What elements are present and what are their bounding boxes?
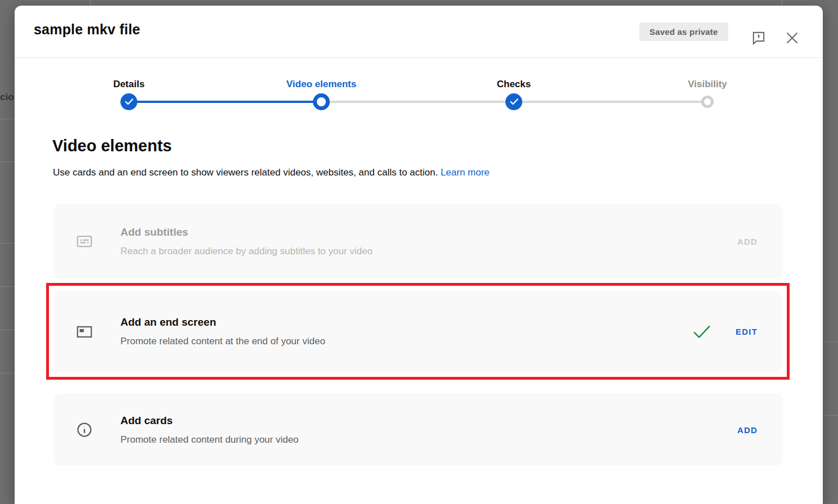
row-description: Reach a broader audience by adding subti…: [120, 246, 729, 257]
step-label-checks[interactable]: Checks: [497, 79, 531, 90]
row-title: Add subtitles: [120, 226, 729, 238]
close-icon[interactable]: [782, 28, 802, 48]
background-row-divider: [0, 243, 15, 244]
subtitles-icon: [75, 232, 93, 250]
info-icon: [75, 421, 93, 439]
add-end-screen-text: Add an end screen Promote related conten…: [120, 316, 693, 347]
step-circle-details-check-icon[interactable]: [120, 93, 137, 110]
add-subtitles-row: Add subtitles Reach a broader audience b…: [54, 204, 782, 279]
add-subtitles-button: ADD: [729, 231, 765, 252]
background-row-divider: [0, 330, 15, 330]
dialog-header: sample mkv file Saved as private: [15, 6, 823, 58]
add-cards-row: Add cards Promote related content during…: [54, 394, 782, 466]
background-row-divider: [0, 161, 15, 162]
background-divider: [782, 0, 782, 6]
step-circle-visibility[interactable]: [701, 96, 714, 108]
step-label-details[interactable]: Details: [113, 79, 145, 90]
page-description-text: Use cards and an end screen to show view…: [53, 167, 438, 178]
upload-dialog: sample mkv file Saved as private Details…: [15, 6, 823, 504]
step-circle-checks-check-icon[interactable]: [505, 93, 522, 110]
dialog-title: sample mkv file: [34, 21, 140, 38]
learn-more-link[interactable]: Learn more: [441, 167, 490, 178]
background-row-divider: [823, 341, 838, 342]
status-badge: Saved as private: [639, 22, 728, 41]
row-title: Add an end screen: [120, 316, 693, 328]
page-description: Use cards and an end screen to show view…: [53, 167, 490, 178]
row-description: Promote related content at the end of yo…: [120, 336, 693, 347]
row-description: Promote related content during your vide…: [120, 434, 729, 446]
completed-check-icon: [693, 325, 711, 339]
background-divider: [90, 0, 91, 6]
background-row-divider: [0, 286, 15, 287]
edit-end-screen-button[interactable]: EDIT: [728, 321, 765, 342]
background-text-fragment: cio: [0, 92, 14, 103]
add-cards-button[interactable]: ADD: [729, 420, 765, 440]
add-end-screen-row: Add an end screen Promote related conten…: [54, 291, 782, 372]
page-title: Video elements: [52, 137, 172, 155]
feedback-icon[interactable]: [749, 28, 769, 48]
background-row-divider: [823, 415, 838, 416]
step-label-video-elements[interactable]: Video elements: [286, 79, 356, 90]
stepper-track-completed: [129, 101, 321, 103]
row-title: Add cards: [120, 415, 729, 427]
step-label-visibility[interactable]: Visibility: [688, 79, 727, 90]
add-cards-text: Add cards Promote related content during…: [120, 415, 729, 446]
step-circle-video-elements[interactable]: [313, 93, 330, 110]
background-row-divider: [0, 373, 15, 374]
add-subtitles-text: Add subtitles Reach a broader audience b…: [120, 226, 729, 257]
background-row-divider: [0, 119, 15, 119]
end-screen-icon: [75, 323, 93, 341]
